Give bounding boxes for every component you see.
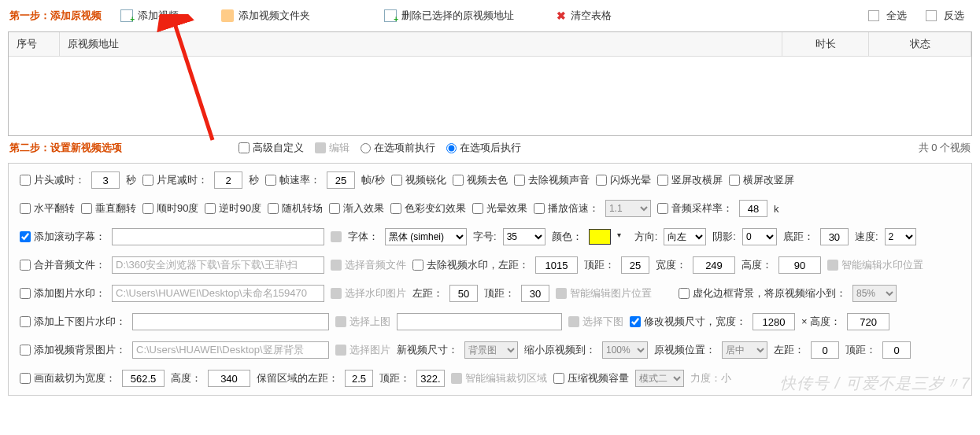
mode-select[interactable]: 模式二 — [635, 370, 684, 387]
col-duration[interactable]: 时长 — [782, 32, 869, 56]
font-size-select[interactable]: 35 — [503, 228, 545, 245]
shrink-pct-select[interactable]: 85% — [852, 285, 897, 302]
shadow-select[interactable]: 0 — [742, 228, 777, 245]
smart-crop-button[interactable]: 智能编辑裁切区域 — [451, 371, 547, 385]
font-select[interactable]: 黑体 (simhei) — [385, 228, 467, 245]
tail-trim-input[interactable] — [214, 171, 242, 189]
color-picker[interactable] — [589, 229, 611, 245]
power-label: 力度：小 — [690, 371, 731, 385]
pos-select[interactable]: 居中 — [722, 341, 767, 359]
target-icon — [556, 288, 567, 299]
wm-left-input[interactable] — [535, 256, 578, 274]
select-all-button[interactable]: 全选 — [862, 6, 913, 25]
step1-label: 第一步：添加原视频 — [9, 9, 102, 23]
bottom-input[interactable] — [820, 228, 849, 245]
before-radio[interactable]: 在选项前执行 — [361, 141, 435, 155]
mute-check[interactable]: 去除视频声音 — [514, 173, 590, 187]
vflip-check[interactable]: 垂直翻转 — [81, 201, 136, 216]
audio-icon — [331, 260, 342, 271]
row-4: 合并音频文件： 选择音频文件 去除视频水印，左距： 顶距： 宽度： 高度： 智能… — [20, 256, 960, 274]
tail-trim-check[interactable]: 片尾减时： — [142, 173, 208, 187]
asr-input[interactable] — [739, 200, 767, 217]
col-path[interactable]: 原视频地址 — [60, 32, 782, 56]
crop-icon — [451, 373, 462, 384]
add-video-button[interactable]: 添加视频 — [114, 6, 185, 25]
col-seq[interactable]: 序号 — [9, 32, 60, 56]
speaker-icon[interactable] — [331, 231, 342, 242]
bg-image-check[interactable]: 添加视频背景图片： — [20, 343, 126, 357]
fps-check[interactable]: 帧速率： — [265, 173, 320, 187]
fps-input[interactable] — [327, 171, 355, 189]
scroll-text-check[interactable]: 添加滚动字幕： — [20, 230, 105, 244]
pick-top-button[interactable]: 选择上图 — [335, 315, 390, 329]
color-shift-check[interactable]: 色彩变幻效果 — [390, 201, 466, 216]
after-radio[interactable]: 在选项后执行 — [446, 141, 521, 155]
cw90-check[interactable]: 顺时90度 — [142, 201, 198, 216]
sharpen-check[interactable]: 视频锐化 — [391, 173, 446, 187]
asr-check[interactable]: 音频采样率： — [657, 201, 733, 216]
wm-width-input[interactable] — [693, 256, 735, 274]
crop-check[interactable]: 画面裁切为宽度： — [20, 371, 116, 385]
delete-selected-button[interactable]: 删除已选择的原视频地址 — [378, 6, 520, 25]
top-img-input[interactable] — [132, 313, 329, 330]
smart-img-button[interactable]: 智能编辑图片位置 — [556, 286, 652, 300]
scroll-text-input[interactable] — [112, 228, 324, 245]
wm-top-input[interactable] — [621, 256, 649, 274]
resize-w-input[interactable] — [753, 313, 795, 330]
v2h-check[interactable]: 竖屏改横屏 — [657, 173, 723, 187]
img-wm-left-input[interactable] — [449, 285, 478, 302]
head-trim-check[interactable]: 片头减时： — [20, 173, 85, 187]
pick-bot-button[interactable]: 选择下图 — [568, 315, 623, 329]
resize-check[interactable]: 修改视频尺寸，宽度： — [630, 315, 746, 329]
h2v-check[interactable]: 横屏改竖屏 — [729, 173, 794, 187]
pick-audio-button[interactable]: 选择音频文件 — [331, 258, 406, 272]
desaturate-check[interactable]: 视频去色 — [453, 173, 508, 187]
head-trim-input[interactable] — [91, 171, 120, 189]
advanced-checkbox[interactable]: 高级自定义 — [239, 141, 304, 155]
crop-left-input[interactable] — [345, 370, 373, 387]
bg-top-input[interactable] — [882, 341, 911, 359]
table-body[interactable] — [9, 57, 971, 135]
smart-wm-button[interactable]: 智能编辑水印位置 — [827, 258, 923, 272]
flash-check[interactable]: 闪烁光晕 — [596, 173, 651, 187]
blur-border-check[interactable]: 虚化边框背景，将原视频缩小到： — [679, 286, 846, 300]
pick-wm-image-button[interactable]: 选择水印图片 — [331, 286, 406, 300]
img-watermark-check[interactable]: 添加图片水印： — [20, 286, 105, 300]
speed-check[interactable]: 播放倍速： — [534, 201, 599, 216]
scroll-speed-select[interactable]: 2 — [885, 228, 916, 245]
merge-audio-check[interactable]: 合并音频文件： — [20, 258, 105, 272]
col-status[interactable]: 状态 — [869, 32, 971, 56]
speed-select[interactable]: 1.1 — [605, 200, 651, 217]
wm-height-input[interactable] — [778, 256, 821, 274]
clear-table-button[interactable]: ✖ 清空表格 — [550, 6, 618, 25]
ccw90-check[interactable]: 逆时90度 — [205, 201, 261, 216]
tb-watermark-check[interactable]: 添加上下图片水印： — [20, 315, 126, 329]
random-trans-check[interactable]: 随机转场 — [268, 201, 323, 216]
audio-path-input[interactable] — [112, 256, 324, 274]
remove-watermark-check[interactable]: 去除视频水印，左距： — [412, 258, 529, 272]
crop-h-input[interactable] — [208, 370, 250, 387]
direction-select[interactable]: 向左 — [664, 228, 706, 245]
hflip-check[interactable]: 水平翻转 — [20, 201, 75, 216]
img-wm-path-input[interactable] — [112, 285, 324, 302]
halo-check[interactable]: 光晕效果 — [472, 201, 527, 216]
crop-w-input[interactable] — [122, 370, 165, 387]
checkbox-icon — [868, 10, 879, 21]
document-plus-icon — [120, 9, 133, 22]
compress-check[interactable]: 压缩视频容量 — [553, 371, 629, 385]
bot-img-input[interactable] — [397, 313, 562, 330]
crop-top-input[interactable] — [416, 370, 445, 387]
newsize-select[interactable]: 背景图 — [464, 341, 518, 359]
shrink-select[interactable]: 100% — [602, 341, 648, 359]
bg-path-input[interactable] — [132, 341, 329, 359]
invert-selection-button[interactable]: 反选 — [919, 6, 971, 25]
resize-h-input[interactable] — [847, 313, 889, 330]
fade-check[interactable]: 渐入效果 — [329, 201, 384, 216]
bg-left-input[interactable] — [811, 341, 839, 359]
add-folder-button[interactable]: 添加视频文件夹 — [215, 6, 316, 25]
edit-button[interactable]: 编辑 — [315, 141, 349, 155]
img-wm-top-input[interactable] — [521, 285, 549, 302]
x-icon: ✖ — [557, 9, 566, 22]
edit-icon — [315, 142, 326, 153]
pick-bg-button[interactable]: 选择图片 — [335, 343, 390, 357]
